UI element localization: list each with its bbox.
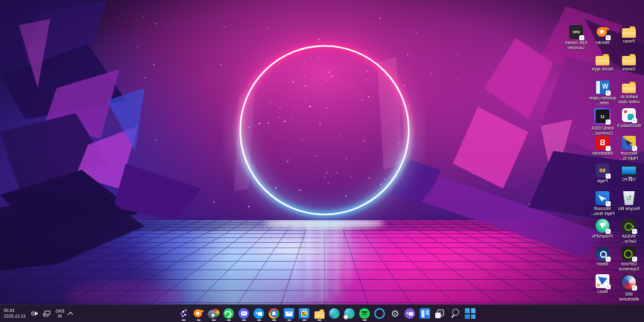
taskbar: ENG IN 16:29 — [0, 304, 644, 322]
file-explorer-icon — [314, 311, 325, 319]
shortcut-arrow-icon — [606, 35, 611, 40]
language-line1: ENG — [55, 309, 64, 313]
shortcut-arrow-icon — [632, 286, 637, 291]
desktop-icon-fraps[interactable]: Fraps — [590, 164, 615, 191]
desktop-icon-protonvpn[interactable]: ProtonVPN — [590, 219, 615, 247]
taskbar-icon-microsoft-store[interactable] — [297, 306, 312, 321]
cortana-icon — [375, 308, 386, 319]
desktop-icon-label: Epic Games Launcher — [562, 40, 590, 50]
taskbar-icon-edge-profile[interactable] — [342, 306, 357, 321]
taskbar-icon-steam[interactable] — [206, 306, 221, 321]
running-indicator — [242, 319, 246, 321]
taskbar-icon-whatsapp[interactable] — [221, 306, 236, 321]
desktop-icon-this-pc[interactable]: This PC — [616, 164, 641, 191]
taskbar-icon-search[interactable] — [448, 306, 463, 321]
desktop-icon-column-2: blender Adobe apps question paper debe..… — [590, 25, 615, 302]
desktop-icon-steam[interactable]: Steam — [590, 247, 615, 274]
kartick-sir-online-class-icon — [622, 84, 636, 93]
intellij-idea-icon — [594, 108, 611, 125]
bitdefender-icon — [596, 136, 609, 150]
clock[interactable]: 16:29 12-11-2021 — [4, 308, 26, 319]
desktop-icon-question-paper[interactable]: question paper debe... — [590, 80, 615, 108]
shortcut-arrow-icon — [606, 284, 611, 289]
desktop-icon-label: GeForce Experience — [615, 262, 643, 271]
desktop-icon-msi-afterburner[interactable]: MSI Afterburner — [616, 274, 641, 302]
running-indicator — [272, 319, 276, 321]
language-indicator[interactable]: ENG IN — [55, 309, 64, 318]
desktop-icon-label: MSI Afterburner — [615, 292, 643, 301]
desktop-icon-bluej[interactable]: BlueJ — [590, 274, 615, 302]
running-indicator — [318, 319, 321, 321]
desktop-icon-column-1: Printer Games kartick sir online class — [616, 25, 641, 302]
taskbar-icon-mail[interactable] — [282, 306, 297, 321]
taskbar-icon-file-explorer[interactable] — [312, 306, 327, 321]
running-indicator — [257, 319, 261, 321]
desktop-icon-nvidia-gefor[interactable]: NVIDIA GeFor... — [616, 219, 641, 247]
desktop-icon-printer[interactable]: Printer — [616, 25, 641, 53]
desktop-icon-label: Adobe apps — [589, 67, 616, 72]
desktop-icon-bitdefender[interactable]: Bitdefender — [590, 136, 615, 164]
running-indicator — [197, 319, 201, 321]
search-icon — [450, 308, 461, 319]
network-icon[interactable] — [43, 309, 51, 318]
system-tray: ENG IN 16:29 — [4, 305, 73, 322]
desktop-icon-intellij-idea[interactable]: IntelliJ IDEA Communi... — [590, 108, 615, 136]
desktop-icon-recycle-bin[interactable]: Recycle Bin — [616, 191, 641, 219]
taskbar-icon-pixel-game[interactable] — [176, 306, 191, 321]
printer-icon — [622, 28, 636, 38]
running-indicator — [303, 319, 306, 321]
taskbar-icon-task-view[interactable] — [433, 306, 448, 321]
desktop-icon-kartick-sir-online-class[interactable]: kartick sir online class — [616, 80, 641, 108]
shortcut-arrow-icon — [606, 174, 611, 179]
steam-icon — [209, 308, 219, 319]
desktop-icon-column-3: Epic Games Launcher — [564, 25, 589, 302]
fraps-icon — [596, 164, 609, 177]
taskbar-icon-discord[interactable] — [236, 306, 252, 321]
taskbar-icon-chrome[interactable] — [267, 306, 282, 321]
blender-icon — [596, 25, 609, 39]
desktop-icon-label: question paper debe... — [589, 96, 616, 105]
desktop-icon-games[interactable]: Games — [616, 53, 641, 80]
discord-icon — [239, 308, 250, 319]
taskbar-icon-edge[interactable] — [327, 306, 342, 321]
running-indicator — [212, 319, 216, 321]
desktop-icon-blender[interactable]: blender — [590, 25, 615, 53]
taskbar-icon-blender[interactable] — [191, 306, 206, 321]
shortcut-arrow-icon — [606, 91, 611, 96]
taskbar-icon-cortana[interactable] — [372, 306, 387, 321]
whatsapp-icon — [224, 308, 235, 319]
chrome-icon — [269, 308, 280, 319]
desktop-icon-label: Fraps — [589, 179, 616, 184]
desktop-icon-microsoft-flight-si[interactable]: Microsoft Flight Si... — [616, 136, 641, 164]
taskbar-icon-settings[interactable] — [387, 306, 402, 321]
volume-icon[interactable] — [30, 309, 38, 318]
msi-afterburner-icon — [621, 274, 637, 291]
language-line2: IN — [58, 314, 62, 318]
desktop-icon-label: Printer — [615, 39, 643, 44]
desktop-icon-label: Bitdefender — [589, 151, 616, 156]
desktop-icon-epic-games-launcher[interactable]: Epic Games Launcher — [564, 25, 589, 53]
google-duo-icon — [254, 308, 265, 319]
bluestacks-5-icon — [622, 108, 636, 122]
desktop-icon-geforce-experience[interactable]: GeForce Experience — [616, 247, 641, 274]
desktop-icon-adobe-apps[interactable]: Adobe apps — [590, 53, 615, 80]
running-indicator — [227, 319, 231, 321]
running-indicator — [287, 319, 291, 321]
taskbar-icon-spotify[interactable] — [357, 306, 372, 321]
microsoft-flight-si-icon — [622, 136, 636, 150]
shortcut-arrow-icon — [606, 229, 611, 234]
adobe-apps-icon — [596, 56, 609, 65]
spotify-icon — [360, 308, 370, 319]
microsoft-store-icon — [299, 308, 310, 319]
desktop-icon-bluestacks-5[interactable]: BlueStacks 5 — [616, 108, 641, 136]
games-icon — [622, 56, 636, 65]
taskbar-icon-google-duo[interactable] — [252, 306, 267, 321]
bluej-icon — [596, 274, 609, 288]
taskbar-icon-widgets[interactable] — [418, 306, 433, 321]
steam-icon — [596, 247, 609, 260]
hidden-icons-chevron-icon[interactable] — [69, 311, 73, 316]
taskbar-icon-chat[interactable] — [402, 306, 418, 321]
desktop-icon-microsoft-flight-simu[interactable]: Microsoft Flight Simu... — [590, 191, 615, 219]
taskbar-icon-start[interactable] — [463, 306, 478, 321]
desktop-screen: Printer Games kartick sir online class — [0, 0, 644, 322]
